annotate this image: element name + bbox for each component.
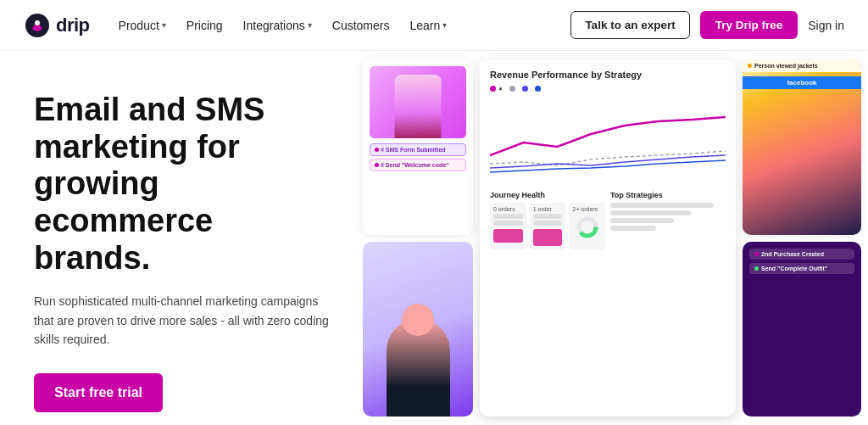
facebook-bar: facebook (743, 76, 861, 89)
nav-label-learn: Learn (409, 19, 440, 32)
nav-label-integrations: Integrations (243, 19, 305, 32)
workflow-image (370, 66, 466, 138)
legend-dot-2 (509, 86, 515, 92)
drip-logo-icon (24, 12, 51, 39)
chevron-down-icon: ▾ (308, 20, 312, 30)
order-label-0: 0 orders (493, 206, 523, 212)
try-drip-free-button[interactable]: Try Drip free (700, 11, 798, 39)
nav-item-pricing[interactable]: Pricing (178, 14, 231, 37)
workflow-card: # SMS Form Submitted # Send "Welcome cod… (363, 59, 473, 235)
donut-chart (576, 215, 599, 239)
yellow-dot-icon (748, 64, 752, 68)
trigger-dot-icon (375, 148, 379, 152)
nav-item-product[interactable]: Product ▾ (110, 14, 175, 37)
engagement-image (363, 242, 473, 417)
strategy-row-1: 2nd Purchase Created (749, 249, 854, 260)
order-columns: 0 orders 1 order 2+ orders (490, 203, 605, 249)
strategy-label-1: 2nd Purchase Created (761, 251, 824, 257)
journey-health-title: Journey Health (490, 191, 605, 199)
gray-bar-4 (533, 221, 563, 226)
chart-legend: ● (490, 85, 726, 92)
sign-in-link[interactable]: Sign in (808, 19, 844, 32)
hero-title: Email and SMS marketing for growing ecom… (34, 92, 329, 277)
gray-bar-2 (493, 221, 523, 226)
person-tag: Person viewed jackets (743, 59, 861, 72)
engagement-person-card (363, 242, 473, 417)
workflow-trigger-label: # SMS Form Submitted (381, 147, 446, 153)
nav-label-customers: Customers (332, 19, 390, 32)
donut-container (572, 215, 602, 239)
workflow-action: # Send "Welcome code" (370, 159, 466, 171)
person-silhouette (387, 319, 450, 417)
legend-dot-3 (522, 86, 528, 92)
talk-to-expert-button[interactable]: Talk to an expert (570, 11, 689, 39)
legend-item-3 (522, 85, 528, 92)
strategy-row-2: Send "Complete Outfit" (749, 263, 854, 274)
legend-item-1: ● (490, 85, 503, 92)
nav-right: Talk to an expert Try Drip free Sign in (570, 11, 844, 39)
nav-left: drip Product ▾ Pricing Integrations ▾ Cu… (24, 12, 455, 39)
top-strategies-section: Top Strategies (610, 191, 726, 249)
nav-label-product: Product (119, 19, 159, 32)
strategy-bar-1 (610, 203, 714, 208)
gray-bar-1 (493, 214, 523, 219)
nav-item-learn[interactable]: Learn ▾ (401, 14, 455, 37)
revenue-chart (490, 96, 726, 181)
order-col-0: 0 orders (490, 203, 526, 249)
start-free-trial-button[interactable]: Start free trial (34, 373, 163, 412)
hero-subtitle: Run sophisticated multi-channel marketin… (34, 292, 329, 349)
strategy-dot-1 (754, 252, 759, 256)
person-tag-text: Person viewed jackets (754, 63, 818, 69)
revenue-title: Revenue Performance by Strategy (490, 70, 726, 80)
logo-text: drip (56, 14, 90, 36)
strategy-bar-3 (610, 218, 674, 223)
workflow-action-label: # Send "Welcome code" (381, 162, 448, 168)
order-label-2: 2+ orders (572, 206, 602, 212)
head-circle (402, 304, 434, 336)
legend-item-4 (535, 85, 541, 92)
top-strategies-title: Top Strategies (610, 191, 726, 199)
chevron-down-icon: ▾ (162, 20, 166, 30)
strategy-dot-2 (754, 266, 759, 271)
strategy-bar-4 (610, 226, 656, 231)
dashboard-card: Revenue Performance by Strategy ● (480, 59, 736, 417)
hero-section: Email and SMS marketing for growing ecom… (0, 51, 356, 425)
order-col-2: 2+ orders (569, 203, 605, 249)
action-dot-icon (375, 163, 379, 167)
nav-item-integrations[interactable]: Integrations ▾ (235, 14, 320, 37)
hero-visuals: # SMS Form Submitted # Send "Welcome cod… (356, 51, 868, 425)
pink-bar-1 (493, 229, 523, 243)
legend-dot-1 (490, 86, 496, 92)
order-label-1: 1 order (533, 206, 563, 212)
order-col-1: 1 order (530, 203, 566, 249)
logo[interactable]: drip (24, 12, 90, 39)
person-notification-card: Person viewed jackets facebook (743, 59, 861, 235)
gray-bar-3 (533, 214, 563, 219)
journey-health-section: Journey Health 0 orders 1 order (490, 191, 605, 249)
strategy-bar-2 (610, 210, 691, 215)
main-content: Email and SMS marketing for growing ecom… (0, 51, 868, 425)
strategy-label-2: Send "Complete Outfit" (761, 266, 827, 271)
pink-bar-2 (533, 229, 563, 246)
chevron-down-icon: ▾ (442, 20, 447, 30)
nav-label-pricing: Pricing (186, 19, 223, 32)
workflow-trigger: # SMS Form Submitted (370, 143, 466, 156)
legend-item-2 (509, 85, 515, 92)
strategy-results-card: 2nd Purchase Created Send "Complete Outf… (743, 242, 861, 417)
journey-row: Journey Health 0 orders 1 order (490, 191, 726, 249)
navbar: drip Product ▾ Pricing Integrations ▾ Cu… (0, 0, 868, 51)
svg-point-1 (35, 20, 40, 25)
nav-item-customers[interactable]: Customers (324, 14, 398, 37)
workflow-img-inner (370, 66, 466, 138)
legend-dot-4 (535, 86, 541, 92)
strategies-list (610, 203, 726, 231)
